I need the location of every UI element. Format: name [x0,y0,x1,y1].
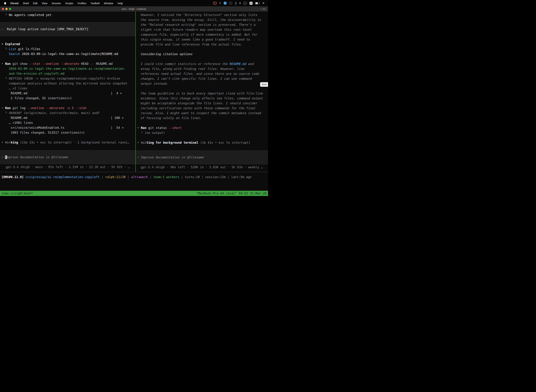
menu-item-profiles[interactable]: Profiles [76,2,88,5]
prompt-input-left-line: › Improve documentation in @filename [0,155,68,160]
ran-git-show-line: • Ran git show --stat --oneline --decora… [0,61,135,66]
menu-bar-status-icons: ⠿ ⣿ 8 61 A [213,1,266,5]
prompt-input-right-line: › Improve documentation in @filename [136,155,204,160]
commit-message-line: companion analysis without altering the … [0,81,135,86]
battery-icon[interactable] [255,2,259,5]
thinking-paragraph-2: essay file, along with finding root file… [136,66,268,86]
thinking-line: evidence. Since this change only affects… [136,96,268,101]
menu-bar: iTerm2 Shell Edit View Session Scripts P… [0,0,268,6]
ran1-filename-lines: 2026-03-09-is-legal-the-same-as-legitima… [0,66,135,76]
dots-grid-icon[interactable]: ⣿ [235,2,237,5]
menu-item-window[interactable]: Window [102,2,115,5]
ran1-diffstat-lines: README.md | 4 + 2 files changed, 92 inse… [0,91,135,101]
menu-item-iterm2[interactable]: iTerm2 [8,2,21,5]
thinking-line: However, I noticed the "Directory Struct… [136,13,268,17]
thinking-line: review. Also, I might want to inspect th… [136,111,268,116]
explored-list-line: └ List git ls-files [0,47,135,51]
commit-filename-line: 2026-03-09-is-legal-the-same-as-legitima… [0,66,135,71]
left-pane[interactable]: └ No agents completed yet › Ralph loop a… [0,12,135,172]
omx-status-bar: [OMX#0.11.9] cczip/essay/ai-reimplementa… [0,175,268,179]
working-status-line: • Working (11m 13s • esc to interrupt) ·… [0,140,135,145]
omx-last: last:5m ago [231,175,252,179]
apple-icon [4,2,6,5]
ran2-commit-line: └ 4b9d30f (origin/main, instructkr/main,… [0,111,135,115]
inject-banner[interactable]: › Ralph loop active continue [OMX_TMUX_I… [0,22,135,36]
prompt-input-right[interactable]: › Improve documentation in @filename [136,150,268,164]
apple-menu[interactable] [2,2,8,5]
thinking-line: essay file, along with finding root file… [136,66,268,71]
explored-search-line: Search 2026-03-09-is-legal-the-same-as-l… [0,51,135,56]
thinking-line: of focusing solely on file lines. [136,116,268,121]
explored-line: • Explored [0,42,135,47]
menu-item-scripts[interactable]: Scripts [63,2,76,5]
ran1-commit-lines: └ 067f154 (HEAD -> essay/ai-reimplementa… [0,76,135,91]
diffstat-line: 2 files changed, 92 insertions(+) [0,96,135,101]
ran-git-status-line: • Ran git status --short [136,125,268,130]
no-agents-line: └ No agents completed yet [0,13,135,17]
wifi-icon[interactable] [262,2,265,4]
omx-team: team:1 workers [153,175,179,179]
thinking-line: the source tree, missing the essay. Stil… [136,17,268,22]
diffstat-line: 1903 files changed, 513517 insertions(+) [0,130,135,135]
pane-bottom-border [0,172,268,172]
dark-app-icon[interactable] [229,2,232,5]
model-status-right: gpt-5.4 xhigh · 96% left · 520K in · 5.8… [136,165,268,170]
waiting-status-line: • Waiting for background terminal (1m 41… [136,140,268,145]
thinking-line: the "Related research writing" section i… [136,22,268,27]
diffstat-line: … +1901 lines [0,120,135,125]
ran-git-log-line: • Ran git log --oneline --decorate -n 5 … [0,106,135,111]
thinking-line: The team guideline is to back every impo… [136,91,268,96]
blue-app-icon[interactable] [224,2,226,5]
thinking-line: slight risk that future readers may over… [136,27,268,32]
menu-item-toolbelt[interactable]: Toolbelt [88,2,102,5]
prompt-input-left[interactable]: › Improve documentation in @filename [0,150,135,164]
thinking-paragraph-1: However, I noticed the "Directory Struct… [136,13,268,47]
thinking-line: this single essay, it seems like a good … [136,37,268,42]
readme-link[interactable]: README.md [230,62,246,66]
tmux-host-clock: "MacBook-Pro-44.local" 04:52 31-Mar-26 [196,191,267,195]
thinking-line: companion file, especially if more comme… [136,32,268,37]
menu-item-shell[interactable]: Shell [21,2,31,5]
omx-ralph-counter: ralph:11/20 [105,175,125,179]
bento-grid-icon[interactable]: ⠿ [219,2,221,5]
input-source-icon[interactable]: A [249,2,253,5]
diffstat-line: src/voice/voiceModeEnabled.ts | 54 + [0,125,135,130]
terminal-area: └ No agents completed yet › Ralph loop a… [0,12,268,172]
iterm2-window: omx --xhigh --madmax ⌥⌘1 └ No agents com… [0,6,268,196]
commit-message-line: … +2 lines [0,86,135,91]
omx-branch-path: cczip/essay/ai-reimplementation-copyleft [25,175,100,179]
thinking-line: provide file and line references from th… [136,42,268,47]
thinking-line: references need actual files, and since … [136,71,268,76]
battery-percent-icon[interactable]: 61 [243,1,247,5]
thinking-line: might be acceptable alongside the file l… [136,101,268,106]
tmux-status-bar[interactable]: [omx-cczip0:bash* "MacBook-Pro-44.local"… [0,191,268,196]
menu-item-help[interactable]: Help [115,2,125,5]
terminal-filler [0,179,268,191]
window-shortcut-label: ⌥⌘1 [260,8,266,10]
model-status-left: gpt-5.4 xhigh · main · 91% left · 2.31M … [0,165,135,169]
menu-item-view[interactable]: View [40,2,49,5]
desktop-screen: iTerm2 Shell Edit View Session Scripts P… [0,0,268,196]
screen-share-overlay-button[interactable]: Scre [260,82,268,87]
text-cursor: I [5,155,7,159]
thinking-heading: Considering citation options [136,52,268,56]
menu-item-edit[interactable]: Edit [31,2,40,5]
commit-message-line: └ 067f154 (HEAD -> essay/ai-reimplementa… [0,76,135,81]
screen-recording-indicator-icon[interactable] [213,2,217,5]
diffstat-line: README.md | 4 + [0,91,135,96]
thinking-line-with-link: I could cite commit statistics or refere… [136,61,268,66]
omx-session: session:12m [205,175,226,179]
no-output-line: └ (no output) [136,130,268,135]
commit-filename-line: and-the-erosion-of-copyleft.md [0,71,135,76]
window-title-bar[interactable]: omx --xhigh --madmax ⌥⌘1 [0,6,268,12]
omx-mode: ultrawork [131,175,148,179]
thinking-paragraph-3: The team guideline is to back every impo… [136,91,268,121]
menu-item-session[interactable]: Session [50,2,63,5]
inject-banner-line: › Ralph loop active continue [OMX_TMUX_I… [0,27,88,32]
tmux-session-label: [omx-cczip0:bash* [1,191,33,195]
omx-version: [OMX#0.11.9] [1,175,25,179]
omx-turns: turns:10 [185,175,200,179]
right-pane[interactable]: However, I noticed the "Directory Struct… [136,12,268,172]
hook-app-icon[interactable]: 8 [239,2,241,5]
thinking-line: output instead. [136,81,268,86]
